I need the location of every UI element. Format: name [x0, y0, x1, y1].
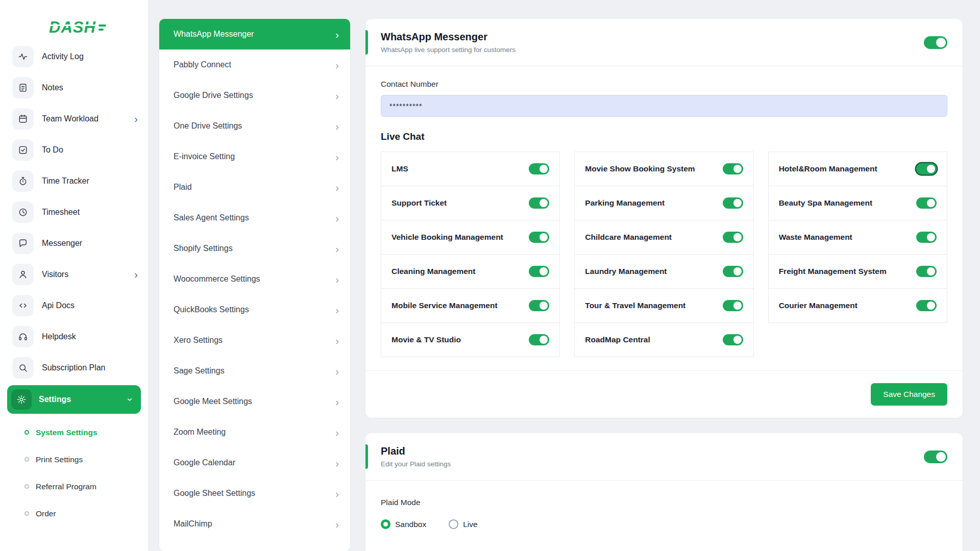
- submenu-item-label: Order: [36, 509, 56, 518]
- sidebar-item-api-docs[interactable]: Api Docs: [0, 290, 148, 321]
- sidebar-item-messenger[interactable]: Messenger: [0, 228, 148, 259]
- chevron-right-icon: ›: [335, 121, 339, 132]
- whatsapp-card-header: WhatsApp Messenger WhatsApp live support…: [365, 19, 963, 66]
- settings-nav-item-google-drive-settings[interactable]: Google Drive Settings›: [159, 80, 350, 111]
- settings-nav-item-whatsapp-messenger[interactable]: WhatsApp Messenger›: [159, 19, 350, 49]
- submenu-item-label: Referral Program: [36, 482, 96, 491]
- chevron-right-icon: ›: [335, 305, 339, 315]
- settings-nav-item-sage-settings[interactable]: Sage Settings›: [159, 356, 350, 386]
- settings-nav-item-woocommerce-settings[interactable]: Woocommerce Settings›: [159, 264, 350, 294]
- sidebar-item-label: Notes: [42, 83, 63, 92]
- childcare-management-toggle[interactable]: [723, 232, 743, 243]
- sidebar-menu: Activity LogNotesTeam Workload›To DoTime…: [0, 40, 148, 527]
- sidebar-item-label: Time Tracker: [42, 177, 89, 186]
- beauty-spa-management-toggle[interactable]: [916, 197, 937, 209]
- settings-nav-item-one-drive-settings[interactable]: One Drive Settings›: [159, 111, 350, 141]
- courier-management-toggle[interactable]: [916, 300, 937, 311]
- movie-show-booking-system-toggle[interactable]: [723, 163, 743, 174]
- submenu-item-label: Print Settings: [36, 455, 83, 464]
- tour-and-travel-management-toggle[interactable]: [723, 300, 743, 311]
- laundry-management-toggle[interactable]: [723, 266, 743, 277]
- save-changes-button[interactable]: Save Changes: [871, 383, 947, 406]
- module-label: Cleaning Management: [391, 267, 476, 276]
- settings-nav-item-quickbooks-settings[interactable]: QuickBooks Settings›: [159, 294, 350, 325]
- sidebar-item-label: Messenger: [42, 239, 82, 248]
- plaid-card-subtitle: Edit your Plaid settings: [381, 460, 451, 468]
- settings-nav-item-label: Sales Agent Settings: [174, 213, 249, 222]
- settings-nav-item-shopify-settings[interactable]: Shopify Settings›: [159, 233, 350, 264]
- roadmap-central-toggle[interactable]: [723, 334, 743, 345]
- submenu-item-referral-program[interactable]: Referral Program: [0, 473, 148, 500]
- lms-toggle[interactable]: [529, 163, 549, 174]
- plaid-mode-option-label: Live: [463, 520, 477, 529]
- sidebar-item-notes[interactable]: Notes: [0, 72, 148, 103]
- plaid-enabled-toggle[interactable]: [924, 450, 947, 463]
- todo-icon: [12, 139, 34, 161]
- module-label: Beauty Spa Management: [779, 198, 872, 208]
- app-root: DASH Activity LogNotesTeam Workload›To D…: [0, 0, 980, 551]
- sidebar-item-subscription-plan[interactable]: Subscription Plan: [0, 352, 148, 383]
- sidebar-item-time-tracker[interactable]: Time Tracker: [0, 165, 148, 196]
- chevron-right-icon: ›: [335, 488, 339, 499]
- settings-nav-item-label: Plaid: [174, 183, 192, 192]
- parking-management-toggle[interactable]: [723, 197, 743, 209]
- calendar-icon: [12, 108, 34, 130]
- module-row: RoadMap Central: [575, 323, 753, 357]
- settings-nav-item-sales-agent-settings[interactable]: Sales Agent Settings›: [159, 203, 350, 233]
- whatsapp-enabled-toggle[interactable]: [924, 36, 947, 49]
- support-ticket-toggle[interactable]: [529, 197, 549, 209]
- live-chat-grid: LMSSupport TicketVehicle Booking Managem…: [381, 152, 947, 357]
- settings-nav-item-pabbly-connect[interactable]: Pabbly Connect›: [159, 49, 350, 80]
- chevron-right-icon: ›: [335, 458, 339, 468]
- cleaning-management-toggle[interactable]: [529, 266, 549, 277]
- sidebar-item-timesheet[interactable]: Timesheet: [0, 196, 148, 228]
- module-label: Movie Show Booking System: [585, 164, 695, 173]
- plaid-mode-sandbox[interactable]: Sandbox: [381, 519, 426, 529]
- contact-number-input[interactable]: [381, 95, 947, 117]
- clock-icon: [12, 202, 34, 223]
- settings-nav-item-plaid[interactable]: Plaid›: [159, 172, 350, 203]
- vehicle-booking-management-toggle[interactable]: [529, 232, 549, 243]
- mobile-service-management-toggle[interactable]: [529, 300, 549, 311]
- brand-logo[interactable]: DASH: [0, 0, 148, 40]
- chevron-right-icon: ›: [335, 29, 339, 40]
- waste-management-toggle[interactable]: [916, 232, 937, 243]
- module-row: Movie & TV Studio: [381, 323, 559, 357]
- sidebar-item-label: Api Docs: [42, 301, 75, 310]
- hotel-and-room-management-toggle[interactable]: [916, 163, 937, 174]
- module-label: Tour & Travel Management: [585, 301, 685, 310]
- submenu-item-order[interactable]: Order: [0, 500, 148, 527]
- sidebar-item-visitors[interactable]: Visitors›: [0, 259, 148, 290]
- settings-nav-item-google-calendar[interactable]: Google Calendar›: [159, 447, 350, 478]
- module-row: Hotel&Room Management: [769, 152, 947, 186]
- module-row: Cleaning Management: [381, 255, 559, 289]
- headset-icon: [12, 326, 34, 347]
- module-column: LMSSupport TicketVehicle Booking Managem…: [381, 152, 560, 357]
- sidebar-item-helpdesk[interactable]: Helpdesk: [0, 321, 148, 352]
- movie-and-tv-studio-toggle[interactable]: [529, 334, 549, 345]
- settings-nav-item-google-sheet-settings[interactable]: Google Sheet Settings›: [159, 478, 350, 509]
- settings-nav-item-mailchimp[interactable]: MailChimp›: [159, 509, 350, 539]
- module-label: RoadMap Central: [585, 335, 650, 344]
- settings-nav-item-zoom-meeting[interactable]: Zoom Meeting›: [159, 417, 350, 447]
- chevron-right-icon: ›: [335, 152, 339, 162]
- submenu-item-print-settings[interactable]: Print Settings: [0, 446, 148, 473]
- settings-nav-item-xero-settings[interactable]: Xero Settings›: [159, 325, 350, 356]
- settings-nav-item-google-meet-settings[interactable]: Google Meet Settings›: [159, 386, 350, 417]
- settings-nav-item-label: Pabbly Connect: [174, 60, 231, 69]
- chevron-right-icon: ›: [335, 90, 339, 101]
- plaid-card-body: Plaid Mode SandboxLive: [365, 481, 963, 546]
- bullet-icon: [24, 430, 29, 435]
- submenu-item-system-settings[interactable]: System Settings: [0, 419, 148, 446]
- chevron-right-icon: ›: [335, 182, 339, 193]
- sidebar-item-to-do[interactable]: To Do: [0, 134, 148, 165]
- chevron-right-icon: ›: [335, 213, 339, 223]
- plaid-mode-live[interactable]: Live: [449, 519, 477, 529]
- settings-nav-item-e-invoice-setting[interactable]: E-invoice Setting›: [159, 141, 350, 172]
- sidebar-item-settings[interactable]: Settings›: [7, 385, 141, 414]
- sidebar-item-team-workload[interactable]: Team Workload›: [0, 103, 148, 134]
- sidebar-item-activity-log[interactable]: Activity Log: [0, 41, 148, 72]
- plaid-mode-option-label: Sandbox: [395, 520, 426, 529]
- freight-management-system-toggle[interactable]: [916, 266, 937, 277]
- settings-nav-item-label: WhatsApp Messenger: [174, 30, 254, 39]
